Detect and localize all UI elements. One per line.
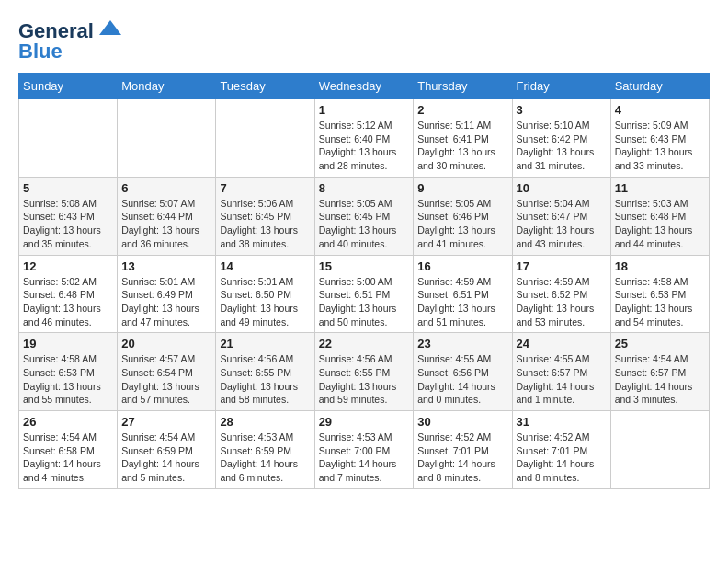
day-info: Sunrise: 4:52 AMSunset: 7:01 PMDaylight:… xyxy=(417,431,507,485)
calendar-cell: 20Sunrise: 4:57 AMSunset: 6:54 PMDayligh… xyxy=(118,333,216,411)
calendar-cell: 27Sunrise: 4:54 AMSunset: 6:59 PMDayligh… xyxy=(118,411,216,489)
day-number: 5 xyxy=(23,181,113,195)
day-number: 25 xyxy=(615,337,705,350)
calendar-cell: 1Sunrise: 5:12 AMSunset: 6:40 PMDaylight… xyxy=(314,99,414,178)
calendar-cell: 26Sunrise: 4:54 AMSunset: 6:58 PMDayligh… xyxy=(19,411,118,489)
weekday-header-wednesday: Wednesday xyxy=(314,74,414,99)
day-info: Sunrise: 4:52 AMSunset: 7:01 PMDaylight:… xyxy=(517,431,607,485)
day-info: Sunrise: 4:53 AMSunset: 6:59 PMDaylight:… xyxy=(220,431,310,485)
calendar-cell: 30Sunrise: 4:52 AMSunset: 7:01 PMDayligh… xyxy=(414,411,512,489)
day-info: Sunrise: 4:56 AMSunset: 6:55 PMDaylight:… xyxy=(220,352,310,407)
day-info: Sunrise: 5:03 AMSunset: 6:48 PMDaylight:… xyxy=(615,197,705,251)
calendar-cell xyxy=(19,99,118,178)
calendar-week-row: 5Sunrise: 5:08 AMSunset: 6:43 PMDaylight… xyxy=(19,177,710,255)
day-number: 31 xyxy=(517,415,607,429)
day-number: 17 xyxy=(517,259,607,273)
weekday-header-sunday: Sunday xyxy=(19,74,118,99)
day-number: 23 xyxy=(417,337,507,350)
calendar-cell xyxy=(216,99,314,178)
calendar-cell: 2Sunrise: 5:11 AMSunset: 6:41 PMDaylight… xyxy=(414,99,512,178)
day-info: Sunrise: 5:02 AMSunset: 6:48 PMDaylight:… xyxy=(23,275,113,329)
day-number: 14 xyxy=(220,259,310,273)
calendar-cell: 16Sunrise: 4:59 AMSunset: 6:51 PMDayligh… xyxy=(414,255,512,333)
day-number: 15 xyxy=(319,259,410,273)
day-number: 1 xyxy=(319,103,410,117)
day-number: 2 xyxy=(417,103,507,117)
calendar-cell: 22Sunrise: 4:56 AMSunset: 6:55 PMDayligh… xyxy=(314,333,414,411)
svg-marker-0 xyxy=(99,20,121,35)
calendar-cell: 7Sunrise: 5:06 AMSunset: 6:45 PMDaylight… xyxy=(216,177,314,255)
day-info: Sunrise: 5:09 AMSunset: 6:43 PMDaylight:… xyxy=(615,119,705,173)
day-number: 21 xyxy=(220,337,310,350)
calendar-cell: 25Sunrise: 4:54 AMSunset: 6:57 PMDayligh… xyxy=(610,333,709,411)
calendar-cell: 12Sunrise: 5:02 AMSunset: 6:48 PMDayligh… xyxy=(19,255,118,333)
calendar-cell: 28Sunrise: 4:53 AMSunset: 6:59 PMDayligh… xyxy=(216,411,314,489)
weekday-header-thursday: Thursday xyxy=(414,74,512,99)
calendar-cell: 17Sunrise: 4:59 AMSunset: 6:52 PMDayligh… xyxy=(512,255,610,333)
day-number: 16 xyxy=(417,259,507,273)
day-info: Sunrise: 5:08 AMSunset: 6:43 PMDaylight:… xyxy=(23,197,113,251)
day-info: Sunrise: 5:06 AMSunset: 6:45 PMDaylight:… xyxy=(220,197,310,251)
calendar-cell: 24Sunrise: 4:55 AMSunset: 6:57 PMDayligh… xyxy=(512,333,610,411)
calendar-cell: 23Sunrise: 4:55 AMSunset: 6:56 PMDayligh… xyxy=(414,333,512,411)
day-info: Sunrise: 4:58 AMSunset: 6:53 PMDaylight:… xyxy=(615,275,705,329)
calendar-cell: 4Sunrise: 5:09 AMSunset: 6:43 PMDaylight… xyxy=(610,99,709,178)
day-number: 19 xyxy=(23,337,113,350)
logo-blue: Blue xyxy=(18,40,63,63)
day-number: 28 xyxy=(220,415,310,429)
page-header: General Blue xyxy=(18,18,710,63)
day-number: 29 xyxy=(319,415,410,429)
day-info: Sunrise: 4:54 AMSunset: 6:59 PMDaylight:… xyxy=(121,431,211,485)
weekday-header-monday: Monday xyxy=(118,74,216,99)
day-info: Sunrise: 5:07 AMSunset: 6:44 PMDaylight:… xyxy=(121,197,211,251)
day-number: 18 xyxy=(615,259,705,273)
day-number: 3 xyxy=(517,103,607,117)
calendar-cell: 3Sunrise: 5:10 AMSunset: 6:42 PMDaylight… xyxy=(512,99,610,178)
day-number: 26 xyxy=(23,415,113,429)
day-number: 30 xyxy=(417,415,507,429)
calendar-cell: 31Sunrise: 4:52 AMSunset: 7:01 PMDayligh… xyxy=(512,411,610,489)
day-number: 20 xyxy=(121,337,211,350)
calendar-cell: 9Sunrise: 5:05 AMSunset: 6:46 PMDaylight… xyxy=(414,177,512,255)
day-number: 27 xyxy=(121,415,211,429)
day-number: 12 xyxy=(23,259,113,273)
day-info: Sunrise: 5:01 AMSunset: 6:50 PMDaylight:… xyxy=(220,275,310,329)
weekday-header-friday: Friday xyxy=(512,74,610,99)
weekday-header-tuesday: Tuesday xyxy=(216,74,314,99)
day-number: 22 xyxy=(319,337,410,350)
day-info: Sunrise: 5:05 AMSunset: 6:45 PMDaylight:… xyxy=(319,197,410,251)
day-info: Sunrise: 4:55 AMSunset: 6:57 PMDaylight:… xyxy=(517,352,607,407)
calendar-week-row: 12Sunrise: 5:02 AMSunset: 6:48 PMDayligh… xyxy=(19,255,710,333)
calendar-week-row: 26Sunrise: 4:54 AMSunset: 6:58 PMDayligh… xyxy=(19,411,710,489)
day-number: 24 xyxy=(517,337,607,350)
day-number: 6 xyxy=(121,181,211,195)
calendar-cell xyxy=(610,411,709,489)
day-number: 8 xyxy=(319,181,410,195)
day-info: Sunrise: 4:59 AMSunset: 6:52 PMDaylight:… xyxy=(517,275,607,329)
calendar-week-row: 1Sunrise: 5:12 AMSunset: 6:40 PMDaylight… xyxy=(19,99,710,178)
day-info: Sunrise: 5:05 AMSunset: 6:46 PMDaylight:… xyxy=(417,197,507,251)
calendar-table: SundayMondayTuesdayWednesdayThursdayFrid… xyxy=(18,73,710,489)
calendar-header-row: SundayMondayTuesdayWednesdayThursdayFrid… xyxy=(19,74,710,99)
weekday-header-saturday: Saturday xyxy=(610,74,709,99)
calendar-cell: 19Sunrise: 4:58 AMSunset: 6:53 PMDayligh… xyxy=(19,333,118,411)
day-info: Sunrise: 5:00 AMSunset: 6:51 PMDaylight:… xyxy=(319,275,410,329)
day-info: Sunrise: 4:58 AMSunset: 6:53 PMDaylight:… xyxy=(23,352,113,407)
calendar-cell: 21Sunrise: 4:56 AMSunset: 6:55 PMDayligh… xyxy=(216,333,314,411)
calendar-cell: 11Sunrise: 5:03 AMSunset: 6:48 PMDayligh… xyxy=(610,177,709,255)
calendar-cell: 13Sunrise: 5:01 AMSunset: 6:49 PMDayligh… xyxy=(118,255,216,333)
day-info: Sunrise: 5:01 AMSunset: 6:49 PMDaylight:… xyxy=(121,275,211,329)
day-number: 10 xyxy=(517,181,607,195)
calendar-cell: 5Sunrise: 5:08 AMSunset: 6:43 PMDaylight… xyxy=(19,177,118,255)
day-info: Sunrise: 4:54 AMSunset: 6:58 PMDaylight:… xyxy=(23,431,113,485)
calendar-cell: 29Sunrise: 4:53 AMSunset: 7:00 PMDayligh… xyxy=(314,411,414,489)
day-number: 9 xyxy=(417,181,507,195)
day-info: Sunrise: 4:54 AMSunset: 6:57 PMDaylight:… xyxy=(615,352,705,407)
calendar-cell xyxy=(118,99,216,178)
day-number: 4 xyxy=(615,103,705,117)
day-info: Sunrise: 5:04 AMSunset: 6:47 PMDaylight:… xyxy=(517,197,607,251)
calendar-cell: 8Sunrise: 5:05 AMSunset: 6:45 PMDaylight… xyxy=(314,177,414,255)
day-info: Sunrise: 5:11 AMSunset: 6:41 PMDaylight:… xyxy=(417,119,507,173)
calendar-cell: 10Sunrise: 5:04 AMSunset: 6:47 PMDayligh… xyxy=(512,177,610,255)
calendar-cell: 14Sunrise: 5:01 AMSunset: 6:50 PMDayligh… xyxy=(216,255,314,333)
